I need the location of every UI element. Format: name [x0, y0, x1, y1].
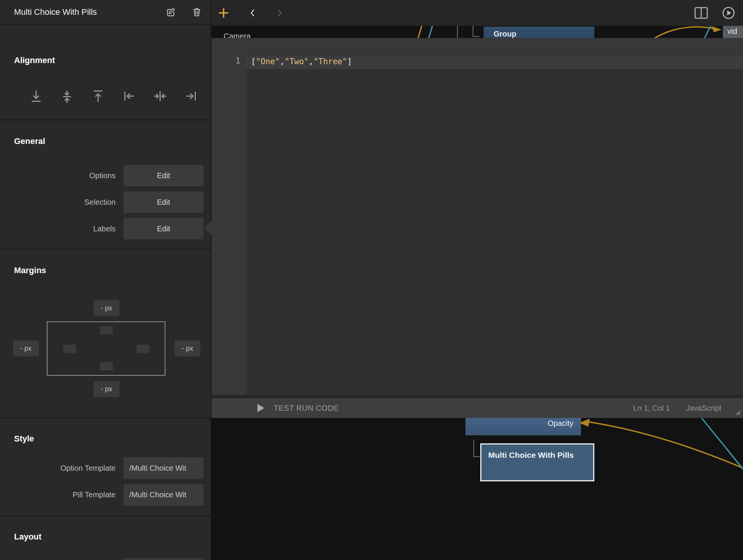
options-label: Options [0, 165, 116, 186]
style-heading: Style [14, 434, 34, 444]
margin-left-input[interactable]: - px [13, 340, 39, 356]
code-editor-popup: 1 ["One","Two","Three"] TEST RUN CODE Ln… [211, 38, 743, 418]
pill-template-label: Pill Template [0, 484, 116, 506]
titlebar-actions [165, 6, 202, 18]
navigate-forward-button[interactable] [272, 5, 287, 21]
rename-icon[interactable] [165, 6, 176, 18]
options-row: Options Edit [0, 165, 211, 186]
code-token: "Two" [285, 57, 309, 66]
code-token: [ [251, 57, 256, 66]
pill-template-row: Pill Template /Multi Choice Wit [0, 484, 211, 506]
popup-anchor-arrow [204, 220, 211, 235]
section-style: Style Option Template /Multi Choice Wit … [0, 417, 211, 516]
code-editor-area[interactable]: ["One","Two","Three"] [246, 54, 743, 395]
layout-heading: Layout [14, 532, 41, 542]
node-title: Multi Choice With Pills [14, 7, 165, 17]
section-general: General Options Edit Selection Edit Labe… [0, 119, 211, 248]
line-number: 1 [227, 56, 240, 65]
margin-right-handle[interactable] [137, 345, 149, 353]
option-template-label: Option Template [0, 457, 116, 479]
wire-teal-bottom [702, 418, 743, 469]
margin-top-handle[interactable] [100, 326, 113, 334]
margins-box-outline [47, 321, 165, 376]
canvas-toolbar [211, 0, 743, 26]
align-left-icon[interactable] [118, 85, 140, 107]
arrowhead-video [712, 26, 722, 32]
cursor-position: Ln 1, Col 1 [633, 398, 670, 418]
margin-top-input[interactable]: - px [94, 300, 119, 316]
arrowhead-opacity [579, 419, 590, 427]
margin-left-handle[interactable] [63, 345, 76, 353]
margin-right-input[interactable]: - px [175, 340, 200, 356]
opacity-node[interactable]: Opacity [465, 416, 581, 435]
alignment-heading: Alignment [14, 55, 55, 65]
option-template-row: Option Template /Multi Choice Wit [0, 457, 211, 479]
properties-panel: Multi Choice With Pills [0, 0, 211, 560]
code-token: "Three" [313, 57, 347, 66]
video-node[interactable]: vid [723, 26, 743, 39]
align-bottom-icon[interactable] [25, 85, 47, 107]
run-preview-button[interactable] [721, 5, 736, 21]
editor-footer-divider [211, 395, 743, 398]
selection-label: Selection [0, 191, 116, 213]
delete-icon[interactable] [191, 6, 202, 18]
align-right-icon[interactable] [181, 85, 202, 107]
editor-footer: TEST RUN CODE Ln 1, Col 1 JavaScript [211, 398, 743, 418]
labels-row: Labels Edit [0, 218, 211, 239]
navigate-back-button[interactable] [245, 5, 260, 21]
section-alignment: Alignment [0, 25, 211, 119]
alignment-buttons [0, 85, 211, 107]
mcwp-child-connector [474, 440, 480, 457]
selection-row: Selection Edit [0, 191, 211, 213]
margin-bottom-handle[interactable] [100, 362, 113, 370]
properties-titlebar: Multi Choice With Pills [0, 0, 211, 25]
split-view-icon[interactable] [694, 5, 709, 21]
selection-edit-button[interactable]: Edit [124, 191, 203, 213]
code-token: "One" [256, 57, 280, 66]
group-child-connector [473, 26, 479, 36]
align-horizontal-center-icon[interactable] [149, 85, 171, 107]
multi-choice-with-pills-node[interactable]: Multi Choice With Pills [480, 443, 594, 481]
margin-bottom-input[interactable]: - px [94, 381, 119, 397]
align-top-icon[interactable] [87, 85, 109, 107]
test-run-play-icon[interactable] [257, 404, 264, 412]
pill-template-field[interactable]: /Multi Choice Wit [124, 484, 203, 506]
code-token: ] [347, 57, 352, 66]
section-layout: Layout [0, 516, 211, 560]
section-margins: Margins - px - px - px - px [0, 248, 211, 417]
labels-edit-button[interactable]: Edit [124, 218, 203, 239]
app-window: Multi Choice With Pills [0, 0, 743, 560]
code-line-1[interactable]: ["One","Two","Three"] [251, 57, 352, 66]
general-heading: General [14, 136, 45, 146]
option-template-field[interactable]: /Multi Choice Wit [124, 457, 203, 479]
options-edit-button[interactable]: Edit [124, 165, 203, 186]
margins-visual: - px - px - px - px [0, 250, 211, 418]
labels-label: Labels [0, 218, 116, 239]
align-vertical-center-icon[interactable] [56, 85, 78, 107]
layout-field-partial[interactable] [124, 558, 203, 560]
wire-orange-bottom [588, 422, 743, 468]
opacity-node-label: Opacity [548, 419, 573, 428]
test-run-code-button[interactable]: TEST RUN CODE [274, 398, 339, 418]
resize-grip[interactable] [734, 409, 741, 416]
language-indicator: JavaScript [686, 398, 721, 418]
add-node-button[interactable] [216, 5, 231, 21]
code-token: , [280, 57, 285, 66]
code-token: , [309, 57, 314, 66]
